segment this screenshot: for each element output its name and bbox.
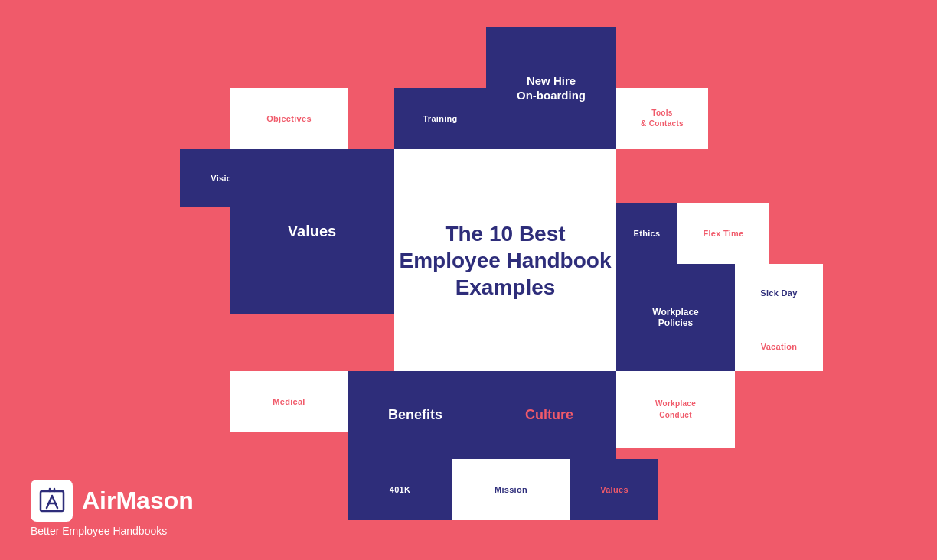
tile-mission: Mission — [452, 459, 570, 520]
tile-ethics: Ethics — [616, 203, 677, 264]
tile-benefits: Benefits — [348, 371, 482, 459]
workplace-conduct-label: WorkplaceConduct — [655, 398, 696, 421]
logo-tagline: Better Employee Handbooks — [31, 525, 194, 537]
tile-workplace-conduct: WorkplaceConduct — [616, 371, 735, 448]
tile-objectives: Objectives — [230, 88, 348, 149]
ethics-label: Ethics — [634, 229, 661, 238]
logo-row: AirMason — [31, 480, 194, 522]
tile-workplace-policies: WorkplacePolicies — [616, 264, 735, 371]
mission-label: Mission — [495, 485, 527, 494]
tile-values-bottom: Values — [570, 459, 658, 520]
training-label: Training — [423, 114, 457, 123]
tile-tools: Tools& Contacts — [616, 88, 708, 149]
401k-label: 401K — [390, 485, 411, 494]
tile-sick-day: Sick Day — [735, 264, 823, 321]
culture-label: Culture — [525, 407, 573, 423]
logo-name: AirMason — [82, 487, 194, 515]
center-title: The 10 Best Employee Handbook Examples — [394, 220, 616, 301]
vacation-label: Vacation — [761, 342, 798, 351]
medical-label: Medical — [273, 397, 305, 406]
tile-vacation: Vacation — [735, 321, 823, 371]
tile-values-big: Values — [230, 149, 394, 314]
tile-training: Training — [394, 88, 486, 149]
workplace-policies-label: WorkplacePolicies — [652, 307, 698, 328]
tile-culture: Culture — [482, 371, 616, 459]
flex-time-label: Flex Time — [703, 229, 743, 238]
tile-new-hire: New Hire On-boarding — [486, 27, 616, 149]
tile-medical: Medical — [230, 371, 348, 432]
diagram-container: Objectives Training New Hire On-boarding… — [168, 15, 796, 551]
tile-flex-time: Flex Time — [677, 203, 769, 264]
logo-icon — [31, 480, 73, 522]
tile-center: The 10 Best Employee Handbook Examples — [394, 149, 616, 371]
new-hire-label: New Hire On-boarding — [517, 73, 586, 103]
values-big-label: Values — [288, 223, 336, 240]
values-bottom-label: Values — [600, 485, 628, 494]
logo-area: AirMason Better Employee Handbooks — [31, 480, 194, 537]
objectives-label: Objectives — [266, 114, 312, 123]
tools-label: Tools& Contacts — [641, 108, 684, 129]
svg-rect-0 — [41, 491, 64, 511]
benefits-label: Benefits — [388, 407, 442, 423]
tile-401k: 401K — [348, 459, 452, 520]
sick-day-label: Sick Day — [760, 288, 797, 298]
